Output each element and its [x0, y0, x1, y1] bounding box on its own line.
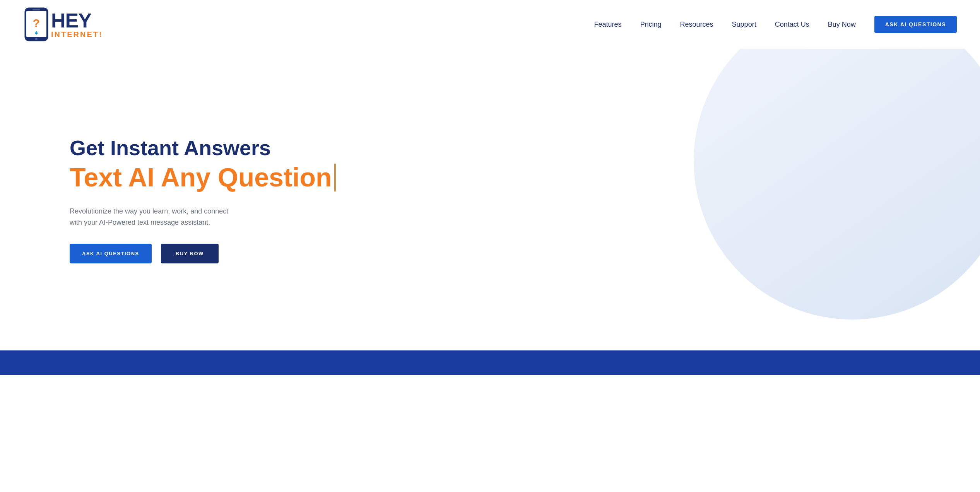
svg-text:?: ? [33, 17, 40, 29]
logo-text: HEY INTERNET! [51, 10, 103, 38]
logo-hey: HEY [51, 10, 103, 31]
nav-link-resources[interactable]: Resources [680, 20, 713, 28]
nav-area: Features Pricing Resources Support Conta… [594, 16, 957, 33]
logo-internet: INTERNET! [51, 31, 103, 38]
footer-bar [0, 350, 980, 375]
hero-heading-2-wrapper: Text AI Any Question [70, 163, 336, 192]
hero-description-line2: with your AI-Powered text message assist… [70, 219, 210, 226]
hero-cursor-bar [334, 164, 336, 191]
ask-ai-hero-button[interactable]: ASK AI QUESTIONS [70, 244, 152, 263]
hero-buttons: ASK AI QUESTIONS BUY NOW [70, 244, 336, 263]
nav-link-contact[interactable]: Contact Us [775, 20, 809, 28]
hero-content: Get Instant Answers Text AI Any Question… [70, 136, 336, 263]
nav-item-pricing[interactable]: Pricing [640, 20, 662, 29]
svg-point-3 [35, 38, 38, 40]
nav-link-pricing[interactable]: Pricing [640, 20, 662, 28]
ask-ai-header-button[interactable]: ASK AI QUESTIONS [874, 16, 957, 33]
hero-section: Get Instant Answers Text AI Any Question… [0, 49, 980, 350]
svg-rect-2 [32, 9, 40, 10]
hero-description-line1: Revolutionize the way you learn, work, a… [70, 207, 228, 215]
hero-heading-2: Text AI Any Question [70, 163, 332, 192]
logo-phone-icon: ? [23, 7, 50, 42]
nav-item-support[interactable]: Support [732, 20, 756, 29]
nav-item-buy-now[interactable]: Buy Now [828, 20, 856, 29]
site-header: ? HEY INTERNET! Features Pricing Resourc… [0, 0, 980, 49]
nav-link-features[interactable]: Features [594, 20, 621, 28]
nav-item-features[interactable]: Features [594, 20, 621, 29]
nav-link-buy-now[interactable]: Buy Now [828, 20, 856, 28]
hero-heading-1: Get Instant Answers [70, 136, 336, 160]
logo[interactable]: ? HEY INTERNET! [23, 7, 103, 42]
nav-item-contact[interactable]: Contact Us [775, 20, 809, 29]
nav-links: Features Pricing Resources Support Conta… [594, 20, 855, 29]
nav-link-support[interactable]: Support [732, 20, 756, 28]
buy-now-hero-button[interactable]: BUY NOW [161, 244, 219, 263]
nav-item-resources[interactable]: Resources [680, 20, 713, 29]
hero-description: Revolutionize the way you learn, work, a… [70, 206, 263, 228]
